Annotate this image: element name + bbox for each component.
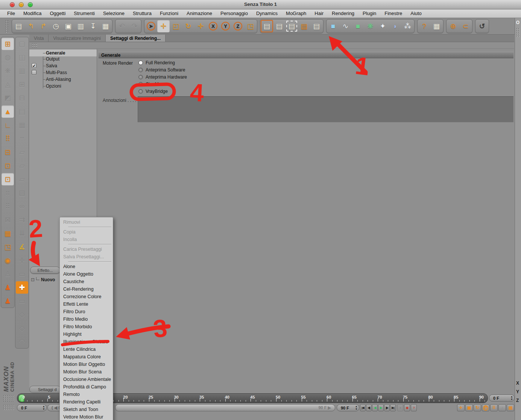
snap-enabled-icon[interactable]: ⊡ <box>2 173 14 185</box>
add-spline-icon[interactable]: ∿ <box>339 20 352 32</box>
measure-tool-icon[interactable]: ∡ <box>16 241 28 253</box>
model-mode-icon[interactable]: ▲ <box>2 105 14 118</box>
lock-x-icon[interactable]: X <box>207 20 219 32</box>
add-cross-icon[interactable]: ✛ <box>16 254 28 267</box>
multi-pass-checkbox[interactable] <box>32 70 36 75</box>
tree-item-anti-aliasing[interactable]: Anti-Aliasing <box>29 76 97 83</box>
sound-record-button[interactable]: ♪ <box>498 404 506 411</box>
menu-item-alone[interactable]: Alone <box>60 263 113 270</box>
coordinate-system-icon[interactable]: ◳ <box>244 20 257 32</box>
keyframe-scale-button[interactable]: ▣ <box>465 404 473 411</box>
plane-c-icon[interactable]: ▱ <box>16 173 28 185</box>
menubar-item-dynamics[interactable]: Dynamics <box>252 9 282 18</box>
cube-b-icon[interactable]: ◇ <box>16 322 28 334</box>
channels-icon[interactable]: ▦ <box>16 119 28 131</box>
menu-item-vettore-motion-blur[interactable]: Vettore Motion Blur <box>60 413 113 420</box>
menubar-item-aiuto[interactable]: Aiuto <box>406 9 426 18</box>
menu-item-correzione-colore[interactable]: Correzione Colore <box>60 293 113 300</box>
disable-snap-icon[interactable]: ⊠ <box>2 214 14 226</box>
plugin-connector-icon[interactable]: ⊂ <box>459 20 472 32</box>
menu-item-cel-rendering[interactable]: Cel-Rendering <box>60 285 113 293</box>
save-scene-as-icon[interactable]: ▥ <box>74 20 87 32</box>
new-document-icon[interactable]: ▤ <box>12 20 25 32</box>
menu-item-effetti-lente[interactable]: Effetti Lente <box>60 300 113 308</box>
keyframe-selection-button[interactable]: ▤ <box>507 404 514 411</box>
lock-y-icon[interactable]: Y <box>219 20 232 32</box>
keyframe-position-button[interactable]: ✛ <box>457 404 465 411</box>
menu-item-caustiche[interactable]: Caustiche <box>60 278 113 285</box>
cube-a-icon[interactable]: ◇ <box>16 308 28 321</box>
plane-d-icon[interactable]: ▨ <box>16 186 28 199</box>
radio-icon[interactable] <box>138 61 143 65</box>
dots-path-icon[interactable]: ⠒ <box>16 132 28 145</box>
radio-icon[interactable] <box>138 68 143 72</box>
tree-item-multi-pass[interactable]: Multi-Pass <box>29 69 97 76</box>
annotazioni-textarea[interactable] <box>138 96 513 122</box>
menubar-item-selezione[interactable]: Selezione <box>99 9 129 18</box>
view-history-icon[interactable]: ◍ <box>2 51 14 64</box>
character-tool-icon[interactable]: ♙ <box>2 268 14 280</box>
engine-option-anteprima-software[interactable]: Anteprima Software <box>138 67 185 73</box>
online-updater-icon[interactable]: ⊕ <box>447 20 459 32</box>
strip-icon[interactable]: ▭ <box>16 295 28 307</box>
menubar-item-rendering[interactable]: Rendering <box>328 9 358 18</box>
checker-state-icon[interactable]: ◩ <box>2 92 14 104</box>
arch-icon[interactable]: ◠ <box>16 335 28 348</box>
menubar-item-modifica[interactable]: Modifica <box>19 9 46 18</box>
menubar-item-plugin[interactable]: Plugin <box>358 9 380 18</box>
help-icon[interactable]: ? <box>418 20 430 32</box>
add-particles-icon[interactable]: ⁂ <box>401 20 414 32</box>
menu-item-profondit-di-campo[interactable]: Profondità di Campo <box>60 383 113 391</box>
salva-checkbox[interactable] <box>32 63 36 68</box>
right-panel-tab-letter[interactable]: O <box>515 20 521 25</box>
menubar-item-file[interactable]: File <box>3 9 19 18</box>
xyz-transfer-icon[interactable]: ⇉ <box>16 214 28 226</box>
points-mode-icon[interactable]: ⠿ <box>2 132 14 145</box>
merge-scene-icon[interactable]: ↱ <box>37 20 50 32</box>
keyframe-rotation-button[interactable]: ↻ <box>474 404 481 411</box>
previous-frame-button[interactable]: ◀| <box>366 404 372 411</box>
menu-item-alone-oggetto[interactable]: Alone Oggetto <box>60 270 113 278</box>
transport-grip[interactable] <box>3 405 14 411</box>
vertex-snap-icon[interactable]: ⠿ <box>2 200 14 212</box>
grid-select-icon[interactable]: ⊞ <box>16 78 28 91</box>
tree-item-opzioni[interactable]: Opzioni <box>29 83 97 89</box>
add-deformer-icon[interactable]: ✦ <box>377 20 389 32</box>
family-icon[interactable]: ♟ <box>2 295 14 307</box>
effect-list-item-nuovo[interactable]: ⊡ Nuovo <box>31 277 55 283</box>
panel-grip[interactable] <box>32 43 37 48</box>
menu-item-lente-cilindrica[interactable]: Lente Cilindrica <box>60 346 113 353</box>
polygons-mode-icon[interactable]: ⊡ <box>2 159 14 172</box>
workplane-icon[interactable]: ▦ <box>2 227 14 240</box>
plane-b-icon[interactable]: ▱ <box>16 159 28 172</box>
radio-icon[interactable] <box>138 89 143 94</box>
menu-item-illuminazione-globale[interactable]: Illuminazione Globale <box>60 338 113 346</box>
preview-range-slider[interactable]: 90 F ▶ <box>115 404 335 411</box>
menu-item-filtro-duro[interactable]: Filtro Duro <box>60 308 113 315</box>
lock-z-icon[interactable]: Z <box>232 20 244 32</box>
menu-item-filtro-medio[interactable]: Filtro Medio <box>60 315 113 323</box>
plane-a-icon[interactable]: ▱ <box>16 146 28 158</box>
tab-vista[interactable]: Vista <box>29 35 49 42</box>
menu-item-sketch-and-toon[interactable]: Sketch and Toon <box>60 406 113 413</box>
menu-item-highlight[interactable]: Highlight <box>60 331 113 338</box>
toolbar-grip[interactable] <box>5 20 8 33</box>
live-selection-icon[interactable]: ➤ <box>145 20 157 32</box>
film-strip-icon[interactable]: ▭ <box>16 268 28 280</box>
edit-render-settings-icon[interactable]: ▤ <box>310 20 323 32</box>
tab-settaggi-di-rendering[interactable]: Settaggi di Rendering... <box>106 35 166 42</box>
menu-item-motion-blur-oggetto[interactable]: Motion Blur Oggetto <box>60 361 113 368</box>
add-object-icon[interactable]: ✚ <box>16 281 28 294</box>
timeline-grip[interactable] <box>3 395 14 402</box>
render-queue-icon[interactable]: ▤ <box>298 20 310 32</box>
tree-item-salva[interactable]: Salva <box>29 62 97 69</box>
layout-manager-icon[interactable]: ⊞ <box>2 38 14 50</box>
menubar-item-oggetti[interactable]: Oggetti <box>46 9 70 18</box>
scale-tool-icon[interactable]: ◰ <box>170 20 182 32</box>
play-forward-button[interactable]: ▶ <box>378 404 384 411</box>
open-scene-icon[interactable]: ↰ <box>25 20 37 32</box>
engine-option-vraybridge[interactable]: VrayBridge <box>138 88 168 94</box>
psr-transfer-icon[interactable]: ⇊ <box>16 227 28 240</box>
grid-snap-icon[interactable]: ⠶ <box>2 186 14 199</box>
menubar-item-personaggio[interactable]: Personaggio <box>216 9 252 18</box>
